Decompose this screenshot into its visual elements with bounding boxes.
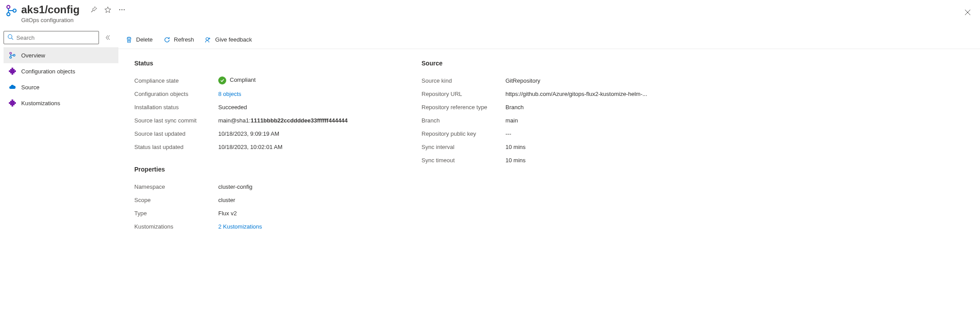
puzzle-icon (9, 68, 16, 75)
svg-point-2 (13, 9, 16, 12)
search-icon (8, 34, 14, 42)
delete-button[interactable]: Delete (124, 31, 155, 49)
sidebar-item-kustomizations[interactable]: Kustomizations (4, 95, 118, 111)
sidebar-item-configuration-objects[interactable]: Configuration objects (4, 63, 118, 79)
type-label: Type (134, 210, 218, 217)
close-button[interactable] (962, 7, 973, 18)
sidebar-item-label: Source (21, 84, 39, 91)
scope-label: Scope (134, 197, 218, 203)
toolbar-label: Give feedback (215, 36, 252, 43)
svg-point-9 (13, 54, 15, 56)
puzzle-icon (9, 99, 16, 107)
repo-url-value: https://github.com/Azure/gitops-flux2-ku… (505, 91, 709, 97)
compliance-state-value: Compliant (218, 76, 422, 84)
feedback-button[interactable]: Give feedback (203, 31, 254, 49)
favorite-button[interactable] (103, 4, 113, 15)
last-sync-commit-value: main@sha1:1111bbbb22ccddddee33ffffff4444… (218, 117, 422, 124)
main-content: Delete Refresh Give feedback Status Co (118, 31, 980, 332)
properties-heading: Properties (134, 166, 422, 173)
branch-label: Branch (422, 117, 505, 124)
svg-point-8 (10, 57, 11, 58)
refresh-icon (163, 36, 171, 43)
success-icon (218, 76, 226, 84)
page-subtitle: GitOps configuration (21, 17, 975, 23)
repo-url-label: Repository URL (422, 91, 505, 97)
namespace-label: Namespace (134, 183, 218, 190)
search-input[interactable] (16, 34, 95, 41)
sidebar-item-source[interactable]: Source (4, 79, 118, 95)
header-titles: aks1/config GitOps configuration (21, 4, 975, 23)
page-header: aks1/config GitOps configuration (0, 0, 980, 31)
kustomizations-link[interactable]: 2 Kustomizations (218, 223, 422, 230)
sidebar-item-label: Overview (21, 52, 45, 59)
gitops-icon (9, 52, 16, 59)
sync-timeout-value: 10 mins (505, 157, 709, 164)
namespace-value: cluster-config (218, 183, 422, 190)
compliance-text: Compliant (230, 76, 256, 83)
status-column: Status Compliance state Compliant Config… (134, 60, 422, 233)
install-status-label: Installation status (134, 104, 218, 111)
svg-point-7 (10, 52, 11, 54)
refresh-button[interactable]: Refresh (162, 31, 196, 49)
svg-point-5 (124, 9, 125, 10)
sidebar-item-overview[interactable]: Overview (4, 47, 118, 63)
source-column: Source Source kind GitRepository Reposit… (422, 60, 709, 233)
commit-sha: 1111bbbb22ccddddee33ffffff444444 (251, 117, 348, 124)
sidebar-item-label: Configuration objects (21, 68, 75, 75)
svg-point-4 (122, 9, 122, 10)
sync-interval-value: 10 mins (505, 144, 709, 150)
sync-interval-label: Sync interval (422, 144, 505, 150)
svg-point-3 (119, 9, 120, 10)
svg-point-0 (7, 5, 10, 8)
toolbar: Delete Refresh Give feedback (118, 31, 980, 49)
type-value: Flux v2 (218, 210, 422, 217)
install-status-value: Succeeded (218, 104, 422, 111)
source-last-updated-value: 10/18/2023, 9:09:19 AM (218, 130, 422, 137)
svg-point-6 (8, 34, 12, 38)
pubkey-label: Repository public key (422, 130, 505, 137)
gitops-icon (5, 4, 18, 17)
source-heading: Source (422, 60, 709, 67)
more-button[interactable] (117, 4, 127, 15)
config-objects-link[interactable]: 8 objects (218, 91, 422, 97)
config-objects-label: Configuration objects (134, 91, 218, 97)
ref-type-value: Branch (505, 104, 709, 111)
commit-prefix: main@sha1: (218, 117, 251, 124)
status-last-updated-label: Status last updated (134, 144, 218, 150)
source-kind-label: Source kind (422, 77, 505, 84)
compliance-state-label: Compliance state (134, 77, 218, 84)
toolbar-label: Delete (136, 36, 153, 43)
last-sync-commit-label: Source last sync commit (134, 117, 218, 124)
kustomizations-label: Kustomizations (134, 223, 218, 230)
source-kind-value: GitRepository (505, 77, 709, 84)
toolbar-label: Refresh (174, 36, 194, 43)
source-last-updated-label: Source last updated (134, 130, 218, 137)
scope-value: cluster (218, 197, 422, 203)
sidebar-item-label: Kustomizations (21, 100, 60, 107)
status-heading: Status (134, 60, 422, 67)
svg-point-10 (206, 38, 209, 40)
collapse-sidebar-button[interactable] (101, 31, 115, 45)
sync-timeout-label: Sync timeout (422, 157, 505, 164)
search-input-wrapper[interactable] (4, 31, 99, 44)
status-last-updated-value: 10/18/2023, 10:02:01 AM (218, 144, 422, 150)
sidebar: Overview Configuration objects Source Ku… (0, 31, 118, 332)
page-title: aks1/config (21, 4, 80, 16)
trash-icon (125, 36, 133, 43)
cloud-icon (9, 84, 16, 91)
feedback-icon (205, 36, 212, 43)
pubkey-value: --- (505, 130, 709, 137)
pin-button[interactable] (88, 4, 99, 15)
svg-point-1 (7, 13, 10, 16)
ref-type-label: Repository reference type (422, 104, 505, 111)
branch-value: main (505, 117, 709, 124)
